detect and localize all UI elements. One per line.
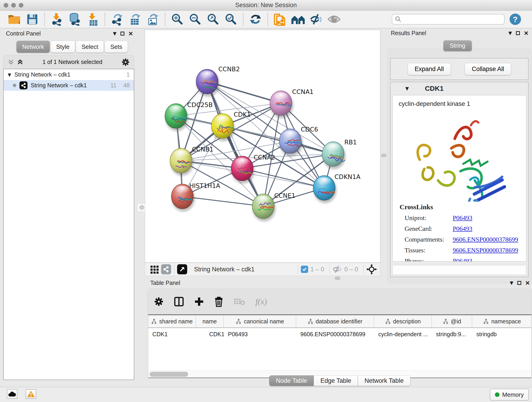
column-header[interactable]: @id bbox=[432, 315, 472, 327]
grid-view-button[interactable] bbox=[150, 265, 159, 274]
tab-node-table[interactable]: Node Table bbox=[269, 375, 314, 386]
zoom-out-button[interactable] bbox=[188, 12, 202, 26]
selected-nodes-checkbox[interactable] bbox=[301, 266, 308, 273]
tab-edge-table[interactable]: Edge Table bbox=[314, 375, 358, 386]
network-node-CDKN1A[interactable] bbox=[313, 176, 335, 200]
network-row-selected[interactable]: String Network – cdk1 11 48 bbox=[4, 80, 134, 91]
zoom-selected-icon bbox=[225, 13, 237, 26]
database-import-icon bbox=[69, 13, 81, 26]
panel-float-icon[interactable] bbox=[517, 281, 521, 285]
column-header[interactable]: canonical name bbox=[224, 315, 296, 327]
search-box[interactable] bbox=[392, 14, 505, 25]
zoom-window-button[interactable] bbox=[19, 3, 23, 7]
disclosure-triangle-icon[interactable]: ▼ bbox=[8, 72, 11, 77]
network-view-toolbar: String Network – cdk1 1 – 0 0 – 0 bbox=[145, 263, 380, 276]
crosslink-tissues[interactable]: 9606.ENSP00000378699 bbox=[453, 247, 518, 254]
import-network-button[interactable] bbox=[50, 12, 64, 26]
zoom-selected-button[interactable] bbox=[224, 12, 238, 26]
automation-status-button[interactable] bbox=[7, 389, 17, 399]
export-table-button[interactable] bbox=[128, 12, 142, 26]
search-input[interactable] bbox=[403, 16, 501, 23]
memory-button[interactable]: Memory bbox=[490, 389, 529, 401]
panel-menu-icon[interactable]: ▼ bbox=[510, 280, 513, 286]
network-node-CCNE1[interactable] bbox=[252, 194, 274, 219]
gear-icon[interactable] bbox=[121, 58, 130, 66]
tab-network-table[interactable]: Network Table bbox=[358, 375, 410, 386]
network-node-CDC25B[interactable] bbox=[165, 104, 187, 128]
network-share-view-button[interactable] bbox=[161, 264, 171, 274]
hide-selected-button[interactable] bbox=[309, 12, 323, 26]
expand-all-button[interactable]: Expand All bbox=[408, 63, 451, 75]
panel-menu-icon[interactable]: ▼ bbox=[508, 30, 512, 36]
tab-string[interactable]: String bbox=[443, 40, 472, 51]
minimize-window-button[interactable] bbox=[11, 3, 16, 7]
table-row[interactable]: CDK1 CDK1 P06493 9606.ENSP00000378699 cy… bbox=[148, 328, 531, 340]
column-header[interactable]: namespace bbox=[472, 315, 532, 327]
tab-sets[interactable]: Sets bbox=[104, 41, 128, 53]
crosslink-uniprot[interactable]: P06493 bbox=[453, 214, 472, 222]
tab-style[interactable]: Style bbox=[51, 41, 75, 53]
panel-menu-icon[interactable]: ▼ bbox=[113, 31, 116, 36]
export-image-button[interactable] bbox=[146, 12, 160, 26]
zoom-out-icon bbox=[189, 13, 201, 26]
import-table-icon bbox=[87, 13, 98, 26]
tab-select[interactable]: Select bbox=[76, 41, 104, 53]
column-header[interactable]: name bbox=[196, 315, 224, 327]
gear-icon[interactable] bbox=[154, 297, 164, 307]
network-canvas[interactable]: CCNB2CCNA1CDC25BCDK1CDC6RB1CCNB1CCNA2CDK… bbox=[145, 30, 380, 263]
help-button[interactable]: ? bbox=[510, 13, 521, 25]
expand-all-networks-icon[interactable] bbox=[17, 59, 24, 65]
column-header[interactable]: shared name bbox=[148, 315, 196, 327]
column-header[interactable]: description bbox=[374, 315, 432, 327]
refresh-button[interactable] bbox=[249, 12, 262, 26]
collapse-all-networks-icon[interactable] bbox=[7, 59, 14, 65]
panel-close-icon[interactable]: × bbox=[524, 29, 528, 37]
protein-structure-image bbox=[405, 111, 513, 202]
panel-float-icon[interactable] bbox=[516, 31, 520, 35]
pan-crosshair-icon[interactable] bbox=[366, 264, 377, 274]
hidden-eye-icon[interactable] bbox=[332, 265, 342, 273]
crosslink-pharos[interactable]: P06493 bbox=[453, 257, 472, 262]
toolbar-divider bbox=[174, 265, 174, 274]
network-collection-row[interactable]: ▼ String Network – cdk1 1 bbox=[4, 69, 134, 80]
collapse-all-button[interactable]: Collapse All bbox=[465, 63, 511, 75]
close-window-button[interactable] bbox=[4, 3, 8, 7]
homes-button[interactable] bbox=[291, 12, 305, 26]
import-network-from-database-button[interactable] bbox=[68, 12, 82, 26]
show-all-button[interactable] bbox=[327, 12, 341, 26]
current-network-title: String Network – cdk1 bbox=[194, 266, 295, 273]
delete-column-icon[interactable] bbox=[214, 296, 223, 307]
panel-close-icon[interactable]: × bbox=[525, 279, 530, 287]
eye-icon bbox=[327, 14, 341, 24]
columns-icon[interactable] bbox=[174, 297, 184, 307]
warnings-button[interactable] bbox=[26, 389, 36, 399]
network-node-CCNA1[interactable] bbox=[270, 91, 292, 115]
traffic-lights bbox=[4, 3, 23, 7]
network-selected-status: 1 of 1 Network selected bbox=[24, 59, 121, 65]
double-house-icon bbox=[291, 14, 305, 25]
disclosure-triangle-icon[interactable]: ▼ bbox=[405, 86, 409, 91]
add-column-icon[interactable] bbox=[194, 297, 204, 307]
zoom-in-button[interactable] bbox=[171, 12, 184, 26]
crosslink-compartments[interactable]: 9606.ENSP00000378699 bbox=[453, 236, 518, 243]
network-node-CCNB2[interactable] bbox=[196, 69, 218, 94]
column-header[interactable]: database identifier bbox=[296, 315, 374, 327]
results-panel: Results Panel ▼ × String Expand All Coll… bbox=[383, 28, 532, 283]
export-network-button[interactable] bbox=[110, 12, 124, 26]
birds-eye-view-button[interactable] bbox=[177, 264, 187, 274]
panel-float-icon[interactable] bbox=[120, 32, 124, 36]
string-network-graph[interactable]: CCNB2CCNA1CDC25BCDK1CDC6RB1CCNB1CCNA2CDK… bbox=[145, 30, 380, 262]
open-session-button[interactable] bbox=[7, 12, 21, 26]
tab-network[interactable]: Network bbox=[17, 41, 50, 53]
network-node-CDK1[interactable] bbox=[211, 114, 234, 138]
node-label-CDC25B: CDC25B bbox=[187, 101, 213, 108]
status-bar: Memory bbox=[0, 387, 532, 402]
network-node-CCNA2[interactable] bbox=[231, 156, 253, 181]
crosslink-genecard[interactable]: P06493 bbox=[453, 225, 472, 232]
share-document-button[interactable] bbox=[273, 12, 287, 26]
network-node-CCNB1[interactable] bbox=[170, 148, 192, 173]
import-table-button[interactable] bbox=[86, 12, 99, 26]
panel-close-icon[interactable]: × bbox=[128, 30, 133, 37]
zoom-fit-button[interactable] bbox=[206, 12, 220, 26]
save-session-button[interactable] bbox=[25, 12, 39, 26]
